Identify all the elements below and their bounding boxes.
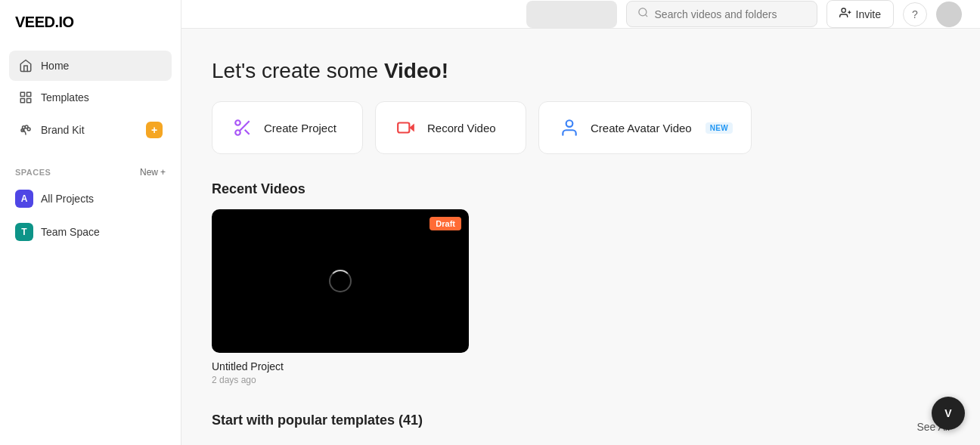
draft-badge: Draft [430,217,461,230]
page-title-bold: Video! [384,59,448,82]
invite-button[interactable]: Invite [826,0,894,28]
record-video-card[interactable]: Record Video [375,101,526,154]
svg-rect-17 [398,123,409,133]
create-project-card[interactable]: Create Project [212,101,363,154]
sidebar-item-home[interactable]: Home [9,51,172,81]
invite-label: Invite [856,8,881,20]
svg-point-10 [842,8,845,12]
svg-line-16 [245,130,250,134]
all-projects-avatar: A [15,190,33,208]
record-video-label: Record Video [427,122,496,134]
page-title: Let's create some Video! [212,59,950,83]
page-content: Let's create some Video! Create Project [181,29,980,445]
search-icon [637,7,649,21]
scissors-icon [231,116,255,140]
sidebar-item-all-projects[interactable]: A All Projects [6,182,175,215]
templates-section-title: Start with popular templates (41) [212,413,423,428]
user-avatar[interactable] [936,2,962,27]
svg-point-14 [235,130,240,135]
video-meta: 2 days ago [212,375,469,385]
logo: VEED.IO [0,0,181,45]
brand-kit-badge: + [146,122,163,138]
team-space-label: Team Space [41,226,100,238]
sidebar-nav: Home Templates [0,45,181,152]
all-projects-label: All Projects [41,193,94,205]
templates-icon [18,90,33,105]
sidebar: VEED.IO Home Templates [0,0,181,445]
create-avatar-card[interactable]: Create Avatar Video NEW [538,101,752,154]
sidebar-item-brand-kit-label: Brand Kit [41,124,85,136]
svg-rect-1 [27,92,31,96]
video-title: Untitled Project [212,360,469,372]
spaces-new-label: New [140,167,158,178]
home-icon [18,58,33,73]
sidebar-item-team-space[interactable]: T Team Space [6,215,175,249]
page-title-plain: Let's create some [212,59,384,82]
recent-videos-title: Recent Videos [212,181,950,197]
spaces-label: SPACES [15,168,51,177]
svg-line-9 [645,14,647,17]
svg-rect-3 [27,99,31,103]
video-thumbnail: Draft [212,209,469,353]
new-badge: NEW [706,122,733,134]
svg-rect-2 [20,99,24,103]
veed-fab[interactable]: V [932,397,965,430]
main-content: Invite ? Let's create some Video! [181,0,980,445]
svg-point-13 [235,120,240,125]
create-project-label: Create Project [264,122,336,134]
svg-point-5 [27,128,30,131]
record-icon [394,116,418,140]
create-avatar-label: Create Avatar Video [591,122,692,134]
help-button[interactable]: ? [903,2,927,26]
search-bar[interactable] [626,1,817,27]
spaces-new-button[interactable]: New + [140,167,166,178]
help-icon: ? [912,8,918,20]
sidebar-item-templates-label: Templates [41,91,89,104]
svg-point-8 [638,8,646,16]
topbar-placeholder [526,1,617,28]
video-card[interactable]: Draft Untitled Project 2 days ago [212,209,469,385]
action-cards: Create Project Record Video [212,101,950,154]
spaces-header: SPACES New + [0,158,181,182]
avatar-icon [557,116,581,140]
recent-videos-list: Draft Untitled Project 2 days ago [212,209,950,385]
invite-person-icon [839,7,851,21]
team-space-avatar: T [15,223,33,241]
sidebar-item-brand-kit[interactable]: Brand Kit + [9,114,172,146]
brand-kit-icon [18,122,33,138]
loading-spinner [329,270,352,292]
topbar: Invite ? [181,0,980,29]
sidebar-item-templates[interactable]: Templates [9,82,172,113]
sidebar-item-home-label: Home [41,60,69,72]
templates-header: Start with popular templates (41) See Al… [212,413,950,440]
svg-rect-0 [20,92,24,96]
svg-point-19 [566,120,573,127]
spaces-new-plus-icon: + [160,167,166,178]
search-input[interactable] [655,8,806,20]
